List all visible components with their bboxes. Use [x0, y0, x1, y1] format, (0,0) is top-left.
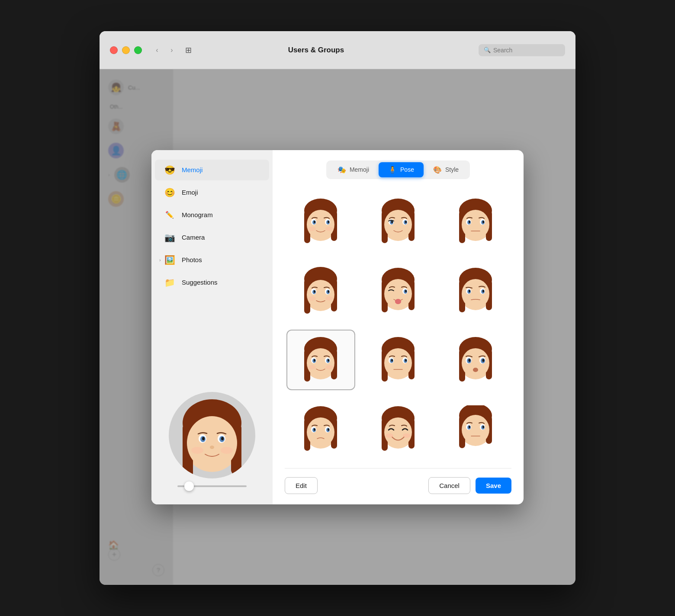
pose-item-5[interactable]: [364, 260, 433, 321]
svg-point-97: [325, 365, 333, 369]
sidebar-item-suggestions[interactable]: 📁 Suggestions: [155, 272, 269, 293]
tab-pose[interactable]: 🧍 Pose: [379, 162, 424, 177]
tab-pose-icon: 🧍: [388, 166, 397, 174]
size-slider[interactable]: [177, 485, 247, 487]
avatar-memoji-image: [173, 392, 251, 478]
pose-5-image: [376, 267, 420, 314]
sidebar-item-monogram[interactable]: ✏️ Monogram: [155, 205, 269, 225]
window-title: Users & Groups: [197, 46, 435, 55]
svg-point-63: [325, 296, 333, 301]
svg-point-37: [391, 221, 393, 223]
pose-item-10[interactable]: [286, 399, 355, 459]
back-button[interactable]: ‹: [151, 44, 164, 57]
svg-point-132: [328, 428, 329, 431]
tab-style[interactable]: 🎨 Style: [424, 162, 468, 177]
tab-style-icon: 🎨: [433, 166, 442, 174]
svg-point-61: [328, 290, 329, 293]
svg-point-43: [462, 210, 489, 239]
avatar-circle: [169, 392, 255, 478]
pose-10-image: [299, 405, 342, 453]
svg-point-108: [405, 359, 407, 362]
save-button[interactable]: Save: [476, 478, 511, 494]
svg-point-73: [395, 299, 401, 304]
sidebar-item-label-camera: Camera: [182, 234, 205, 241]
memoji-icon: 😎: [164, 164, 176, 176]
minimize-button[interactable]: [122, 46, 130, 54]
edit-button[interactable]: Edit: [285, 477, 318, 494]
title-bar: ‹ › ⊞ Users & Groups 🔍: [100, 31, 575, 69]
svg-point-60: [314, 290, 315, 293]
pose-2-image: [376, 198, 420, 245]
svg-point-27: [325, 227, 333, 231]
emoji-icon: 😊: [164, 186, 176, 199]
tab-memoji[interactable]: 🎭 Memoji: [328, 162, 379, 177]
pose-item-3[interactable]: [441, 191, 510, 252]
svg-point-10: [202, 437, 205, 440]
pose-item-8[interactable]: [364, 330, 433, 390]
pose-item-9[interactable]: [441, 330, 510, 390]
sidebar-item-photos[interactable]: › 🖼️ Photos: [155, 250, 269, 270]
photos-arrow-icon: ›: [159, 257, 161, 263]
maximize-button[interactable]: [134, 46, 142, 54]
dialog-footer: Edit Cancel Save: [285, 468, 511, 494]
pose-item-2[interactable]: [364, 191, 433, 252]
svg-point-26: [308, 227, 316, 231]
pose-item-7[interactable]: [286, 330, 355, 390]
svg-point-83: [469, 290, 470, 292]
svg-point-114: [462, 348, 489, 378]
traffic-lights: [110, 46, 142, 54]
svg-point-102: [384, 348, 412, 378]
svg-point-48: [469, 221, 470, 223]
svg-point-94: [314, 359, 315, 362]
svg-point-131: [314, 428, 315, 431]
svg-point-49: [482, 221, 484, 223]
poses-grid: [285, 189, 511, 461]
sidebar-item-camera[interactable]: 📷 Camera: [155, 227, 269, 248]
svg-point-11: [221, 437, 224, 440]
svg-point-14: [221, 447, 233, 454]
pose-8-image: [376, 336, 420, 384]
sidebar-item-label-photos: Photos: [182, 256, 202, 263]
svg-point-89: [307, 348, 334, 378]
svg-point-126: [307, 417, 334, 447]
sidebar-item-label-suggestions: Suggestions: [182, 279, 218, 286]
tab-pose-label: Pose: [400, 166, 414, 173]
size-slider-thumb[interactable]: [184, 481, 194, 491]
pose-item-12[interactable]: [441, 399, 510, 459]
svg-point-13: [191, 447, 203, 454]
pose-item-4[interactable]: [286, 260, 355, 321]
svg-point-150: [482, 426, 484, 428]
pose-9-image: [454, 336, 497, 384]
pose-item-6[interactable]: [441, 260, 510, 321]
svg-point-32: [384, 210, 412, 239]
dialog: 😎 Memoji 😊 Emoji ✏️ Monogram 📷 Camera: [151, 150, 524, 504]
pose-item-11[interactable]: [364, 399, 433, 459]
close-button[interactable]: [110, 46, 118, 54]
svg-point-120: [482, 359, 484, 362]
svg-point-139: [403, 433, 411, 438]
svg-point-55: [307, 280, 334, 309]
pose-6-image: [454, 267, 497, 314]
svg-point-149: [469, 426, 470, 428]
suggestions-icon: 📁: [164, 276, 176, 289]
pose-1-image: [299, 198, 342, 245]
forward-button[interactable]: ›: [165, 44, 178, 57]
search-input[interactable]: [493, 47, 560, 54]
sidebar-item-memoji[interactable]: 😎 Memoji: [155, 160, 269, 180]
svg-point-5: [187, 416, 237, 470]
cancel-button[interactable]: Cancel: [428, 477, 470, 494]
search-bar[interactable]: 🔍: [479, 44, 565, 56]
modal-overlay: 😎 Memoji 😊 Emoji ✏️ Monogram 📷 Camera: [100, 69, 575, 585]
svg-point-119: [468, 359, 470, 362]
svg-point-71: [405, 290, 407, 292]
mac-window: ‹ › ⊞ Users & Groups 🔍 👧 Cu... Oth... 🧸: [100, 31, 575, 585]
svg-point-107: [391, 359, 393, 362]
pose-3-image: [454, 198, 497, 245]
svg-point-62: [308, 296, 316, 301]
monogram-icon: ✏️: [164, 209, 176, 221]
svg-point-144: [462, 415, 489, 444]
pose-item-1[interactable]: [286, 191, 355, 252]
pose-7-image: [299, 336, 342, 384]
sidebar-item-label-emoji: Emoji: [182, 189, 198, 196]
sidebar-item-emoji[interactable]: 😊 Emoji: [155, 182, 269, 203]
